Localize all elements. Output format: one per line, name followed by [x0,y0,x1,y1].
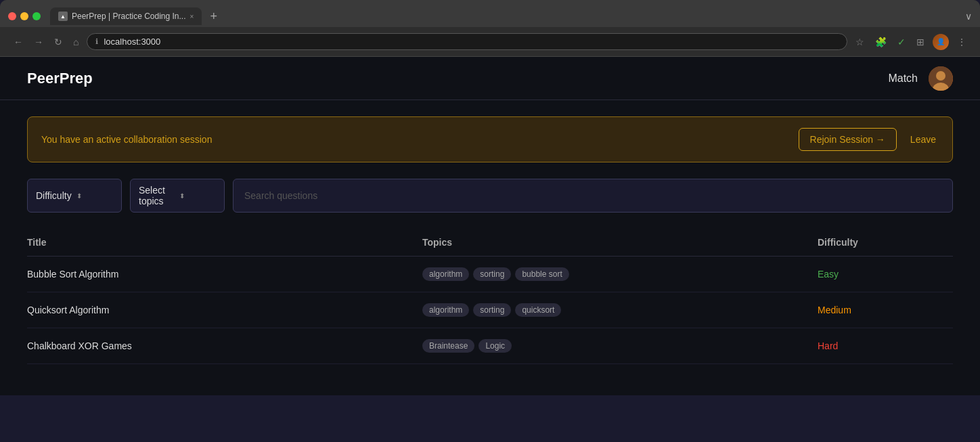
tab-close-button[interactable]: × [190,13,194,20]
app-header: PeerPrep Match [0,57,980,100]
table-row[interactable]: Quicksort Algorithm algorithm sorting qu… [27,292,953,328]
forward-button[interactable]: → [31,34,46,50]
reload-button[interactable]: ↻ [51,34,65,50]
row-title: Quicksort Algorithm [27,305,422,315]
browser-actions: ☆ 🧩 ✓ ⊞ 👤 ⋮ [853,34,969,50]
maximize-window-button[interactable] [32,12,41,20]
svg-point-1 [936,71,945,81]
address-bar: ← → ↻ ⌂ ℹ localhost:3000 ☆ 🧩 ✓ ⊞ 👤 ⋮ [0,27,980,57]
tab-bar: ▲ PeerPrep | Practice Coding In... × + ∨ [0,0,980,27]
col-title: Title [27,237,422,248]
check-icon[interactable]: ✓ [895,34,908,50]
main-content: You have an active collaboration session… [0,100,980,380]
topics-filter[interactable]: Select topics ⬍ [130,179,225,213]
alert-message: You have an active collaboration session [41,134,212,145]
topic-tag: algorithm [422,303,469,317]
search-input[interactable] [233,179,953,213]
topics-cell: Braintease Logic [422,339,818,353]
rejoin-session-button[interactable]: Rejoin Session → [799,128,897,151]
url-bar[interactable]: ℹ localhost:3000 [87,33,847,50]
tab-title: PeerPrep | Practice Coding In... [72,12,186,21]
topic-tag: algorithm [422,267,469,281]
bookmark-button[interactable]: ☆ [853,34,867,50]
header-right: Match [888,66,953,91]
alert-banner: You have an active collaboration session… [27,116,953,162]
leave-session-button[interactable]: Leave [908,129,939,150]
minimize-window-button[interactable] [20,12,28,20]
topic-tag: quicksort [515,303,561,317]
col-difficulty: Difficulty [818,237,953,248]
difficulty-badge: Medium [818,305,953,315]
home-button[interactable]: ⌂ [70,34,81,50]
difficulty-filter-label: Difficulty [36,190,72,201]
extensions-button[interactable]: 🧩 [872,34,889,50]
table-row[interactable]: Bubble Sort Algorithm algorithm sorting … [27,257,953,292]
row-title: Bubble Sort Algorithm [27,269,422,280]
topics-chevron-icon: ⬍ [179,192,216,200]
difficulty-badge: Easy [818,269,953,280]
topic-tag: sorting [473,267,511,281]
avatar-image [929,66,953,91]
browser-window: ▲ PeerPrep | Practice Coding In... × + ∨… [0,0,980,395]
difficulty-chevron-icon: ⬍ [76,192,113,200]
user-avatar[interactable] [929,66,953,91]
browser-maximize-icon: ∨ [965,11,972,22]
topic-tag: Braintease [422,339,474,353]
table-row[interactable]: Chalkboard XOR Games Braintease Logic Ha… [27,328,953,364]
back-button[interactable]: ← [11,34,26,50]
questions-table: Title Topics Difficulty Bubble Sort Algo… [27,229,953,364]
topics-cell: algorithm sorting bubble sort [422,267,818,281]
table-header: Title Topics Difficulty [27,229,953,257]
traffic-lights [8,12,41,20]
topic-tag: sorting [473,303,511,317]
puzzle-button[interactable]: ⊞ [914,34,927,50]
filters-row: Difficulty ⬍ Select topics ⬍ [27,179,953,213]
new-tab-button[interactable]: + [206,9,221,24]
difficulty-badge: Hard [818,340,953,351]
difficulty-filter[interactable]: Difficulty ⬍ [27,179,122,213]
page-content: PeerPrep Match You have an active collab… [0,57,980,395]
col-topics: Topics [422,237,818,248]
topics-cell: algorithm sorting quicksort [422,303,818,317]
app-logo: PeerPrep [27,70,93,87]
secure-icon: ℹ [95,37,98,46]
url-text: localhost:3000 [104,37,160,47]
row-title: Chalkboard XOR Games [27,340,422,351]
menu-button[interactable]: ⋮ [954,34,969,50]
alert-actions: Rejoin Session → Leave [799,128,939,151]
browser-profile-avatar[interactable]: 👤 [933,34,949,50]
browser-tab-active[interactable]: ▲ PeerPrep | Practice Coding In... × [50,7,202,25]
tab-favicon-icon: ▲ [58,12,68,21]
topic-tag: bubble sort [515,267,569,281]
topics-filter-label: Select topics [139,185,175,206]
topic-tag: Logic [478,339,512,353]
match-button[interactable]: Match [888,72,918,85]
close-window-button[interactable] [8,12,16,20]
